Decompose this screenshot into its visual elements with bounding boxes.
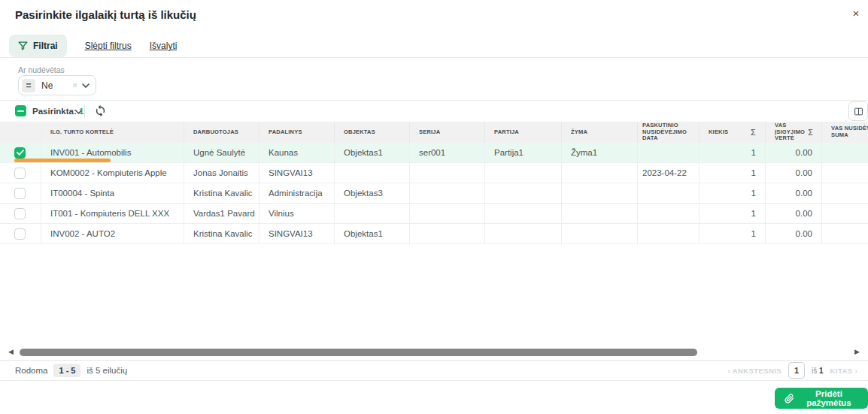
column-header[interactable]: ŽYMA	[562, 122, 638, 143]
close-icon[interactable]: ×	[848, 5, 863, 20]
select-all-checkbox[interactable]	[15, 105, 26, 116]
table-cell: IT00004 - Spinta	[41, 183, 184, 203]
filter-toolbar: Filtrai Slėpti filtrus Išvalyti	[9, 35, 177, 57]
hide-filters-link[interactable]: Slėpti filtrus	[85, 41, 132, 51]
column-header-label: OBJEKTAS	[344, 129, 400, 136]
columns-icon	[854, 107, 863, 116]
table-cell	[638, 143, 700, 162]
column-header-label: VAS ĮSIGYJIMO VERTĖ	[775, 122, 805, 143]
chevron-left-icon: ‹	[728, 367, 731, 375]
column-header-label: SERIJA	[419, 129, 475, 136]
table-cell: 0.00	[766, 204, 822, 223]
previous-page-button[interactable]: ‹ ANKSTESNIS	[728, 367, 782, 375]
filter-value[interactable]: Ne	[41, 80, 72, 91]
table-cell: Objektas3	[335, 183, 410, 203]
row-checkbox[interactable]	[14, 168, 26, 179]
table-cell	[822, 204, 868, 223]
column-header[interactable]: PARTIJA	[485, 122, 562, 143]
table-row[interactable]: KOM0002 - Kompiuteris AppleJonas Jonaiti…	[0, 163, 868, 183]
table-cell: 0.00	[766, 224, 822, 243]
table-cell: IT001 - Kompiuteris DELL XXX	[41, 204, 184, 223]
row-checkbox-cell	[0, 224, 41, 243]
chevron-down-icon[interactable]	[75, 110, 82, 114]
table-cell: 1	[700, 163, 766, 183]
column-settings-button[interactable]	[848, 101, 868, 121]
header-checkbox-cell	[0, 122, 41, 143]
of-count: 1	[819, 367, 824, 375]
row-checkbox-cell	[0, 163, 41, 183]
table-cell: Kristina Kavalic	[184, 224, 259, 243]
chevron-down-icon[interactable]	[82, 83, 90, 88]
sigma-icon[interactable]: Σ	[808, 128, 813, 137]
table-cell: 1	[700, 183, 766, 203]
scroll-right-icon[interactable]: ▶	[854, 348, 860, 355]
table-cell: KOM0002 - Kompiuteris Apple	[41, 163, 184, 183]
row-checkbox-cell	[0, 183, 41, 203]
column-header[interactable]: ILG. TURTO KORTELĖ	[41, 122, 184, 143]
table-cell	[410, 183, 485, 203]
highlight-underline	[14, 159, 111, 162]
column-header[interactable]: SERIJA	[410, 122, 485, 143]
column-header-label: PASKUTINIO NUSIDĖVĖJIMO DATA	[642, 122, 694, 143]
pager: ‹ ANKSTESNIS 1 iš 1 KITAS ›	[728, 362, 858, 379]
column-header[interactable]: PADALINYS	[259, 122, 335, 143]
table-row[interactable]: IT00004 - SpintaKristina KavalicAdminist…	[0, 183, 868, 204]
table-header-row: ILG. TURTO KORTELĖDARBUOTOJASPADALINYSOB…	[0, 122, 868, 143]
of-text: iš	[812, 367, 817, 375]
table-row[interactable]: IT001 - Kompiuteris DELL XXXVardas1 Pava…	[0, 204, 868, 224]
column-header[interactable]: VAS ĮSIGYJIMO VERTĖΣ	[766, 122, 822, 143]
column-header-label: ŽYMA	[571, 129, 628, 136]
divider	[0, 100, 868, 101]
table-cell: Kristina Kavalic	[184, 183, 259, 203]
row-checkbox-cell	[0, 204, 41, 223]
paperclip-icon	[785, 394, 794, 403]
page-number-input[interactable]: 1	[788, 362, 805, 379]
table-cell	[638, 204, 700, 223]
column-header-label: ILG. TURTO KORTELĖ	[50, 129, 175, 136]
row-checkbox[interactable]	[14, 188, 26, 199]
rows-total-label: iš 5 eilučių	[86, 366, 127, 375]
row-checkbox[interactable]	[14, 208, 26, 219]
column-header-label: KIEKIS	[709, 129, 748, 136]
filter-funnel-icon	[18, 41, 28, 50]
next-page-button[interactable]: KITAS ›	[830, 367, 857, 375]
assets-table: ILG. TURTO KORTELĖDARBUOTOJASPADALINYSOB…	[0, 122, 868, 244]
column-header[interactable]: DARBUOTOJAS	[184, 122, 259, 143]
table-cell: 1	[700, 204, 766, 223]
table-cell: 0.00	[766, 183, 822, 203]
column-header[interactable]: KIEKISΣ	[700, 122, 766, 143]
selected-label-text: Pasirinkta:	[32, 107, 77, 116]
clear-filters-link[interactable]: Išvalyti	[150, 41, 178, 51]
indeterminate-minus-icon	[17, 110, 24, 112]
row-checkbox[interactable]	[14, 228, 26, 240]
table-row[interactable]: INV002 - AUTO2Kristina KavalicSINGVAI13O…	[0, 224, 868, 244]
chevron-right-icon: ›	[854, 367, 857, 375]
refresh-icon[interactable]	[94, 104, 108, 118]
table-cell: Jonas Jonaitis	[184, 163, 259, 183]
operator-equals-icon[interactable]: =	[22, 79, 35, 92]
column-header[interactable]: VAS NUSIDĖVĖJI SUMA	[822, 122, 868, 143]
scroll-left-icon[interactable]: ◀	[8, 348, 14, 355]
previous-label: ANKSTESNIS	[733, 367, 782, 375]
column-header-label: VAS NUSIDĖVĖJI SUMA	[831, 125, 868, 139]
table-cell: 1	[700, 143, 766, 162]
filters-button[interactable]: Filtrai	[9, 35, 67, 57]
filter-value-combobox[interactable]: = Ne ×	[18, 75, 96, 95]
column-header[interactable]: PASKUTINIO NUSIDĖVĖJIMO DATA	[638, 122, 700, 143]
add-selected-label: Pridėti pažymėtus	[800, 389, 858, 407]
horizontal-scrollbar-thumb[interactable]	[20, 349, 697, 356]
filters-button-label: Filtrai	[33, 41, 58, 51]
row-checkbox[interactable]	[14, 147, 26, 159]
table-cell: ser001	[410, 143, 485, 162]
column-header-label: PARTIJA	[494, 129, 552, 136]
clear-value-icon[interactable]: ×	[72, 80, 77, 91]
table-row[interactable]: INV001 - AutomobilisUgnė SaulytėKaunasOb…	[0, 143, 868, 163]
add-selected-button[interactable]: Pridėti pažymėtus	[775, 388, 868, 409]
column-header[interactable]: OBJEKTAS	[335, 122, 410, 143]
table-cell	[485, 183, 562, 203]
page-title: Pasirinkite ilgalaikį turtą iš likučių	[15, 8, 196, 21]
table-cell	[410, 224, 485, 243]
sigma-icon[interactable]: Σ	[751, 128, 756, 137]
rows-shown-label: Rodoma	[15, 366, 47, 375]
table-cell	[485, 163, 562, 183]
